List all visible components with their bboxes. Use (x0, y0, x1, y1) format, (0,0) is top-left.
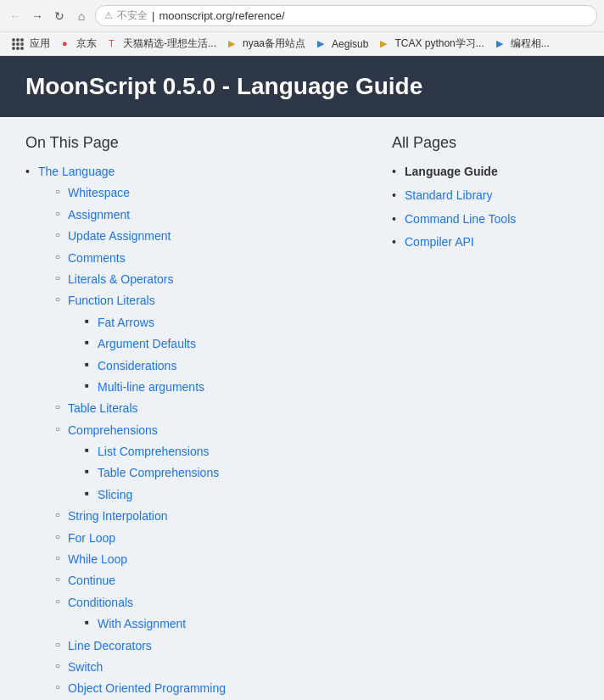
bookmark-apps[interactable]: 应用 (7, 35, 55, 53)
bookmark-jd-label: 京东 (76, 36, 97, 51)
list-item: Argument Defaults (85, 334, 358, 353)
the-language-link[interactable]: The Language (38, 165, 115, 178)
oop-link[interactable]: Object Oriented Programming (68, 681, 226, 695)
reload-button[interactable]: ↻ (51, 8, 68, 25)
page-header: MoonScript 0.5.0 - Language Guide (0, 56, 604, 117)
considerations-link[interactable]: Considerations (98, 359, 176, 372)
standard-library-link[interactable]: Standard Library (405, 188, 493, 202)
list-item: Line Decorators (55, 636, 358, 655)
command-line-tools-link[interactable]: Command Line Tools (405, 212, 516, 226)
list-item: Update Assignment (55, 227, 358, 245)
url-text: moonscript.org/reference/ (159, 9, 284, 22)
slicing-link[interactable]: Slicing (98, 488, 132, 501)
toc-level3-cond: With Assignment (68, 614, 358, 633)
list-item: Comments (55, 249, 358, 267)
tmall-icon: T (109, 38, 120, 50)
list-item: Assignment (55, 205, 358, 224)
comments-link[interactable]: Comments (68, 251, 126, 265)
list-item: Function Literals Fat Arrows Argument De… (55, 291, 358, 396)
list-item: With Assignment (85, 614, 358, 633)
list-item: Fat Arrows (85, 313, 358, 332)
bookmark-code[interactable]: ▶ 编程相... (491, 35, 555, 53)
url-separator: | (152, 9, 154, 22)
comprehensions-link[interactable]: Comprehensions (68, 423, 158, 437)
forward-button[interactable]: → (29, 8, 46, 25)
list-item: Whitespace (55, 183, 358, 202)
apps-icon (12, 38, 24, 50)
back-button[interactable]: ← (7, 8, 24, 25)
browser-toolbar: ← → ↻ ⌂ ⚠ 不安全 | moonscript.org/reference… (0, 0, 604, 31)
list-item: Table Comprehensions (85, 463, 358, 482)
whitespace-link[interactable]: Whitespace (68, 186, 130, 199)
table-literals-link[interactable]: Table Literals (68, 401, 138, 415)
content-area: On This Page The Language Whitespace Ass… (0, 117, 604, 700)
address-bar[interactable]: ⚠ 不安全 | moonscript.org/reference/ (95, 5, 597, 26)
switch-link[interactable]: Switch (68, 660, 103, 674)
list-item: Conditionals With Assignment (55, 593, 358, 634)
literals-operators-link[interactable]: Literals & Operators (68, 272, 174, 286)
list-item: Multi-line arguments (85, 378, 358, 396)
list-item: Slicing (85, 485, 358, 504)
argument-defaults-link[interactable]: Argument Defaults (98, 337, 196, 350)
left-column: On This Page The Language Whitespace Ass… (25, 134, 358, 700)
list-item: Language Guide (392, 162, 579, 182)
with-assignment-link[interactable]: With Assignment (98, 617, 186, 630)
list-item: Literals & Operators (55, 270, 358, 288)
list-item: For Loop (55, 529, 358, 547)
for-loop-link[interactable]: For Loop (68, 531, 115, 545)
while-loop-link[interactable]: While Loop (68, 552, 127, 566)
all-pages-title: All Pages (392, 134, 579, 152)
list-item: Command Line Tools (392, 210, 579, 230)
bookmark-nyaa-label: nyaa备用站点 (243, 36, 305, 51)
home-button[interactable]: ⌂ (73, 8, 90, 25)
list-item: String Interpolation (55, 507, 358, 525)
bookmark-nyaa[interactable]: ▶ nyaa备用站点 (223, 35, 310, 53)
list-item: Table Literals (55, 399, 358, 417)
line-decorators-link[interactable]: Line Decorators (68, 639, 152, 652)
list-item: Considerations (85, 356, 358, 375)
list-item: Compiler API (392, 232, 579, 253)
tcax-icon: ▶ (380, 38, 392, 50)
bookmark-code-label: 编程相... (511, 36, 550, 51)
bookmark-tcax[interactable]: ▶ TCAX python学习... (375, 35, 489, 53)
list-comprehensions-link[interactable]: List Comprehensions (98, 445, 210, 458)
list-item: List Comprehensions (85, 442, 358, 461)
on-this-page-title: On This Page (25, 134, 358, 152)
table-comprehensions-link[interactable]: Table Comprehensions (98, 466, 219, 479)
bookmark-aegisub-label: Aegisub (332, 38, 368, 50)
nyaa-icon: ▶ (228, 38, 240, 50)
bookmark-aegisub[interactable]: ▶ Aegisub (312, 36, 373, 52)
continue-link[interactable]: Continue (68, 574, 115, 587)
list-item: The Language Whitespace Assignment Updat… (25, 162, 358, 700)
string-interpolation-link[interactable]: String Interpolation (68, 509, 168, 523)
jd-icon: ● (62, 38, 74, 50)
right-column: All Pages Language Guide Standard Librar… (392, 134, 579, 700)
aegisub-icon: ▶ (317, 38, 329, 50)
update-assignment-link[interactable]: Update Assignment (68, 229, 171, 243)
assignment-link[interactable]: Assignment (68, 208, 130, 221)
bookmark-apps-label: 应用 (30, 36, 50, 51)
list-item: Continue (55, 571, 358, 590)
compiler-api-link[interactable]: Compiler API (405, 235, 474, 249)
list-item: While Loop (55, 550, 358, 568)
multi-line-arguments-link[interactable]: Multi-line arguments (98, 380, 204, 394)
language-guide-label: Language Guide (405, 165, 498, 178)
conditionals-link[interactable]: Conditionals (68, 596, 133, 609)
list-item: Comprehensions List Comprehensions Table… (55, 421, 358, 505)
toc-level3-comp: List Comprehensions Table Comprehensions… (68, 442, 358, 504)
list-item: Switch (55, 658, 358, 676)
bookmark-tmall-label: 天猫精选-理想生活... (123, 36, 216, 51)
list-item: Object Oriented Programming Inheritance (55, 679, 358, 700)
bookmark-tmall[interactable]: T 天猫精选-理想生活... (103, 35, 221, 53)
toc-level2: Whitespace Assignment Update Assignment … (38, 183, 358, 700)
fat-arrows-link[interactable]: Fat Arrows (98, 316, 154, 329)
page-title: MoonScript 0.5.0 - Language Guide (25, 73, 579, 100)
insecure-label: 不安全 (117, 8, 148, 23)
list-item: Standard Library (392, 186, 579, 206)
bookmark-jd[interactable]: ● 京东 (57, 35, 102, 53)
bookmarks-bar: 应用 ● 京东 T 天猫精选-理想生活... ▶ nyaa备用站点 ▶ Aegi… (0, 31, 604, 55)
all-pages-list: Language Guide Standard Library Command … (392, 162, 579, 253)
browser-chrome: ← → ↻ ⌂ ⚠ 不安全 | moonscript.org/reference… (0, 0, 604, 56)
bookmark-tcax-label: TCAX python学习... (394, 36, 484, 51)
function-literals-link[interactable]: Function Literals (68, 294, 155, 307)
